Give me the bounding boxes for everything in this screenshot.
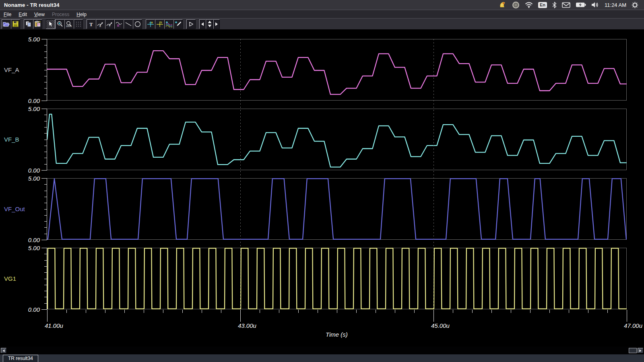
y-tick <box>44 303 47 304</box>
y-tick <box>44 297 47 297</box>
app-window: Noname - TR result34 En 11:24 AM FileEdi… <box>0 0 644 362</box>
x-minor-tick <box>221 310 221 313</box>
waveform-vf_a[interactable] <box>47 39 627 101</box>
x-minor-tick <box>511 310 511 313</box>
wifi-icon[interactable] <box>525 2 533 8</box>
axis-a-button[interactable]: a <box>146 19 155 29</box>
curve-arrow-a-icon: a <box>97 21 104 27</box>
x-tick-label: 43.00u <box>238 322 256 329</box>
power-gear-icon[interactable] <box>632 2 638 8</box>
waveform-viewer[interactable]: 5.000.00VF_A5.000.00VF_B5.000.00VF_Out5.… <box>0 29 644 347</box>
paste-button[interactable] <box>33 19 42 29</box>
next-page-button[interactable] <box>213 19 220 29</box>
app-silver-icon[interactable] <box>512 1 520 9</box>
x-major-tick <box>627 310 627 322</box>
prev-page-button[interactable] <box>199 19 206 29</box>
axes-a-icon: a <box>147 21 154 27</box>
scrollbar-thumb[interactable] <box>629 348 637 353</box>
svg-text:?: ? <box>109 25 111 27</box>
y-tick <box>44 209 47 210</box>
y-tick <box>44 260 47 261</box>
mail-icon[interactable] <box>562 2 570 8</box>
y-tick <box>44 197 47 197</box>
x-minor-tick <box>124 310 125 313</box>
x-major-tick <box>433 310 434 322</box>
grid-button[interactable] <box>74 19 83 29</box>
menu-item-view[interactable]: View <box>31 11 48 18</box>
eyedropper-plus-icon <box>175 21 182 27</box>
letter-t-icon: T <box>89 21 94 27</box>
x-minor-tick <box>182 310 183 313</box>
waveform-vg1[interactable] <box>47 248 627 309</box>
x-minor-tick <box>66 310 67 313</box>
floppy-icon <box>12 21 19 27</box>
y-tick <box>41 309 47 310</box>
wave-equals-icon: : <box>116 21 122 27</box>
app-yellow-icon[interactable] <box>499 1 507 9</box>
paste-icon <box>35 21 41 27</box>
y-tick <box>44 279 47 279</box>
clock-text[interactable]: 11:24 AM <box>605 2 626 8</box>
grid-dots-icon <box>76 21 81 27</box>
run-button[interactable] <box>186 19 196 29</box>
y-tick <box>41 170 47 171</box>
y-tick <box>44 45 47 45</box>
select-cursor-button[interactable] <box>46 19 55 29</box>
zoom-in-button[interactable] <box>55 19 64 29</box>
y-tick <box>44 127 47 128</box>
svg-text:a: a <box>99 25 101 27</box>
axis-b-button[interactable]: b <box>155 19 164 29</box>
y-tick <box>44 254 47 254</box>
ellipse-tool-button[interactable] <box>133 19 142 29</box>
signal-label-vg1: VG1 <box>4 275 16 282</box>
keyboard-layout-badge[interactable]: En <box>538 2 547 8</box>
waveform-vf_out[interactable] <box>47 178 627 240</box>
scroll-right-button[interactable] <box>638 348 643 353</box>
horizontal-scrollbar[interactable] <box>0 347 644 354</box>
page-spinner[interactable] <box>206 19 213 29</box>
y-tick <box>41 240 47 240</box>
zoom-out-100-button[interactable]: 100% <box>64 19 74 29</box>
battery-icon[interactable] <box>576 2 586 8</box>
x-major-tick <box>240 310 241 322</box>
svg-text:b: b <box>160 21 162 24</box>
x-minor-tick <box>279 310 279 313</box>
y-axis-label-max: 5.00 <box>21 36 40 43</box>
add-curves-button[interactable] <box>164 19 173 29</box>
move-curve-button[interactable]: a <box>96 19 105 29</box>
right-arrow-icon <box>215 22 218 26</box>
waveform-vf_b[interactable] <box>47 109 627 170</box>
svg-text::: : <box>120 25 121 27</box>
copy-button[interactable] <box>24 19 33 29</box>
stretch-curve-button[interactable]: ? <box>105 19 114 29</box>
menu-item-edit[interactable]: Edit <box>15 11 31 18</box>
open-file-button[interactable] <box>2 19 11 29</box>
x-minor-tick <box>260 310 260 313</box>
y-tick <box>44 146 47 146</box>
copy-icon <box>25 21 31 27</box>
scroll-left-arrow-icon <box>2 349 5 352</box>
magnifier-plus-icon <box>57 21 63 27</box>
toolbar: 100% T a ? : a b <box>0 18 644 29</box>
down-arrow-icon <box>208 25 212 27</box>
line-tool-button[interactable] <box>124 19 133 29</box>
cursor-arrow-icon <box>48 21 53 27</box>
y-tick <box>44 227 47 228</box>
y-tick <box>44 115 47 115</box>
scroll-left-button[interactable] <box>1 348 6 353</box>
save-button[interactable] <box>11 19 20 29</box>
folder-open-icon <box>3 21 10 27</box>
x-tick-label: 41.00u <box>45 322 63 329</box>
y-tick <box>44 140 47 140</box>
multi-wave-plus-icon <box>165 21 173 27</box>
volume-icon[interactable] <box>591 2 599 8</box>
result-tab[interactable]: TR result34 <box>3 355 38 362</box>
y-tick <box>44 76 47 76</box>
menu-item-file[interactable]: File <box>0 11 15 18</box>
probe-tool-button[interactable] <box>173 19 183 29</box>
svg-text:a: a <box>151 21 153 24</box>
text-tool-button[interactable]: T <box>87 19 96 29</box>
menu-item-help[interactable]: Help <box>73 11 90 18</box>
curve-legend-button[interactable]: : <box>114 19 124 29</box>
bluetooth-icon[interactable] <box>552 2 557 8</box>
